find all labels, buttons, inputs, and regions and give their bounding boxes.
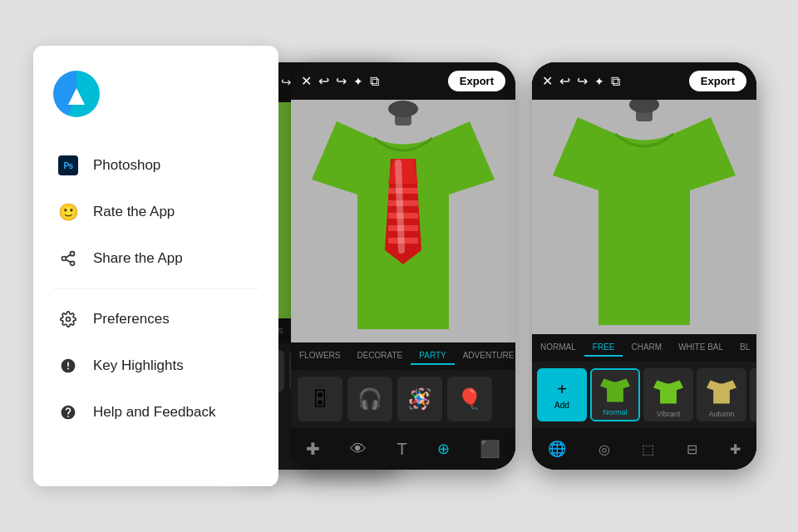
right-redo-icon[interactable]: ↪	[577, 73, 588, 89]
menu-item-highlights[interactable]: Key Highlights	[53, 342, 259, 389]
menu-item-photoshop[interactable]: Ps Photoshop	[53, 142, 259, 189]
cat-party[interactable]: PARTY	[411, 347, 454, 365]
mid-phone-inner: ✕ ↩ ↪ ✦ ⧉ Export	[291, 62, 515, 470]
swatch-tshirt-autumn	[705, 375, 738, 408]
right-export-button[interactable]: Export	[689, 71, 746, 91]
menu-label-preferences: Preferences	[93, 311, 170, 328]
gear-icon	[57, 308, 80, 331]
globe-icon[interactable]: 🌐	[548, 440, 566, 458]
photo-icon[interactable]: ◎	[598, 441, 610, 457]
avatar-shape	[68, 88, 85, 105]
sliders-icon[interactable]: ⊟	[687, 441, 697, 457]
menu-label-share: Share the App	[93, 250, 183, 267]
right-bottom-toolbar: 🌐 ◎ ⬚ ⊟ ✚	[532, 428, 756, 470]
main-container: Ps Photoshop 🙂 Rate the App	[0, 0, 798, 532]
layers-icon[interactable]: ⧉	[370, 74, 379, 89]
mid-categories-bar: FLOWERS DECORATE PARTY ADVENTURE FOO	[291, 342, 515, 370]
swatch-label-autumn: Autumn	[708, 410, 734, 418]
mid-stickers-row: 🎛 🎧 🪅 🎈	[291, 370, 515, 428]
right-layers-icon[interactable]: ⧉	[611, 74, 620, 89]
sticker-pinata[interactable]: 🪅	[397, 377, 442, 421]
sticker-balloon[interactable]: 🎈	[447, 377, 492, 421]
menu-label-photoshop: Photoshop	[93, 157, 160, 174]
swatch-label-normal: Normal	[603, 408, 627, 416]
smiley-icon: 🙂	[57, 200, 80, 224]
avatar	[53, 71, 100, 117]
wand-icon[interactable]: ✦	[353, 75, 363, 88]
menu-label-help: Help and Feedback	[93, 404, 215, 421]
menu-label-highlights: Key Highlights	[93, 357, 184, 374]
right-undo-icon[interactable]: ↩	[559, 73, 570, 89]
eye-icon[interactable]: 👁	[350, 440, 367, 459]
help-icon	[57, 401, 80, 424]
cat-adventure[interactable]: ADVENTURE	[455, 347, 515, 365]
right-bandaid-icon[interactable]: ✚	[730, 441, 741, 457]
svg-point-17	[629, 100, 659, 113]
swatch-label-vibrant: Vibrant	[657, 410, 680, 418]
right-phone-topbar: ✕ ↩ ↪ ✦ ⧉ Export	[532, 62, 756, 100]
camera-icon[interactable]: ⬛	[480, 439, 500, 459]
cat-decorate[interactable]: DECORATE	[348, 347, 411, 365]
ps-logo: Ps	[58, 155, 78, 175]
mid-export-button[interactable]: Export	[448, 71, 505, 91]
filter-normal[interactable]: NORMAL	[532, 339, 584, 357]
bandaid-icon[interactable]: ✚	[306, 439, 320, 459]
mid-tshirt-area	[291, 100, 515, 342]
swatch-autumn[interactable]: Autumn	[697, 368, 746, 421]
close-icon[interactable]: ✕	[301, 73, 312, 89]
swatch-normal[interactable]: Normal	[590, 368, 640, 421]
highlights-icon	[57, 354, 80, 377]
undo-icon[interactable]: ↩	[318, 73, 329, 89]
filter-wb[interactable]: WHITE BAL	[670, 339, 732, 357]
cursor-icon[interactable]: ⊕	[437, 440, 450, 458]
right-phone: ✕ ↩ ↪ ✦ ⧉ Export	[532, 62, 756, 470]
redo-icon[interactable]: ↪	[336, 73, 347, 89]
swatch-tshirt-vibrant	[652, 375, 685, 408]
mid-phone: ✕ ↩ ↪ ✦ ⧉ Export	[291, 62, 515, 470]
layout-wrapper: Ps Photoshop 🙂 Rate the App	[33, 29, 765, 503]
swatch-vibrant[interactable]: Vibrant	[643, 368, 693, 421]
right-filter-swatches: + Add Normal Vib	[532, 362, 756, 428]
filter-bl[interactable]: BL	[732, 339, 756, 357]
menu-divider-1	[53, 288, 259, 289]
add-filter-button[interactable]: + Add	[537, 368, 587, 421]
right-tshirt-area	[532, 100, 756, 334]
menu-label-rate: Rate the App	[93, 204, 175, 220]
share-icon	[57, 247, 80, 270]
swatch-tshirt-normal	[598, 373, 632, 406]
menu-item-preferences[interactable]: Preferences	[53, 296, 259, 342]
mid-phone-topbar: ✕ ↩ ↪ ✦ ⧉ Export	[291, 62, 515, 100]
cat-flowers[interactable]: FLOWERS	[291, 347, 348, 365]
filter-free[interactable]: FREE	[584, 339, 623, 357]
svg-line-4	[66, 254, 71, 257]
svg-rect-10	[388, 200, 418, 206]
right-wand-icon[interactable]: ✦	[594, 75, 604, 88]
sticker-boombox[interactable]: 🎛	[298, 377, 342, 421]
svg-rect-9	[388, 188, 418, 194]
menu-item-rate[interactable]: 🙂 Rate the App	[53, 189, 259, 235]
svg-point-5	[66, 318, 71, 322]
menu-item-help[interactable]: Help and Feedback	[53, 389, 259, 436]
right-close-icon[interactable]: ✕	[542, 73, 553, 89]
mid-bottom-toolbar: ✚ 👁 T ⊕ ⬛	[291, 428, 515, 470]
left-panel: Ps Photoshop 🙂 Rate the App	[33, 46, 278, 486]
svg-point-15	[388, 101, 418, 117]
crop-icon[interactable]: ⬚	[642, 441, 654, 457]
filter-charm[interactable]: CHARM	[623, 339, 670, 357]
svg-line-3	[66, 259, 71, 262]
swatch-spring[interactable]: Spr…	[750, 368, 756, 421]
sticker-headphones[interactable]: 🎧	[347, 377, 392, 421]
menu-item-share[interactable]: Share the App	[53, 235, 259, 282]
ps-icon: Ps	[57, 154, 80, 177]
add-label: Add	[554, 401, 569, 410]
right-phone-inner: ✕ ↩ ↪ ✦ ⧉ Export	[532, 62, 756, 470]
right-filters-bar: NORMAL FREE CHARM WHITE BAL BL	[532, 334, 756, 362]
text-icon[interactable]: T	[397, 440, 406, 459]
